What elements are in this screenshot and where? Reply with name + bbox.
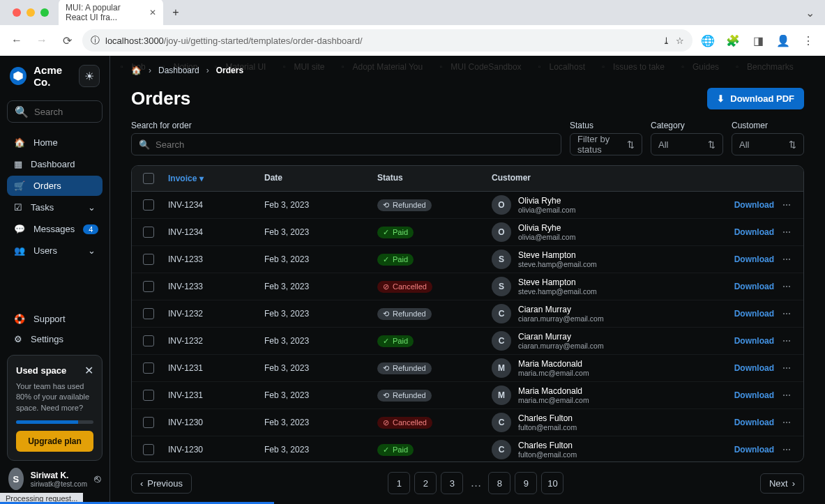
customer-name: Ciaran Murray: [518, 332, 604, 342]
theme-toggle-button[interactable]: ☀: [79, 65, 100, 87]
page-button[interactable]: 1: [388, 472, 410, 494]
select-all-checkbox[interactable]: [143, 173, 154, 184]
more-menu-icon[interactable]: ⋯: [782, 282, 792, 291]
more-menu-icon[interactable]: ⋯: [782, 309, 792, 319]
window-controls[interactable]: [6, 8, 56, 17]
search-input[interactable]: [34, 107, 95, 117]
status-badge: ✓Paid: [377, 254, 414, 266]
sidebar-item-settings[interactable]: ⚙Settings: [7, 329, 103, 349]
upgrade-plan-button[interactable]: Upgrade plan: [16, 431, 93, 452]
row-checkbox[interactable]: [143, 335, 154, 346]
more-menu-icon[interactable]: ⋯: [782, 418, 792, 427]
cell-invoice: INV-1230: [168, 445, 264, 455]
home-icon[interactable]: 🏠: [131, 66, 142, 75]
download-link[interactable]: Download: [734, 390, 774, 400]
site-info-icon[interactable]: ⓘ: [91, 34, 100, 47]
row-checkbox[interactable]: [143, 227, 154, 238]
orders-table: Invoice▾ Date Status Customer INV-1234Fe…: [131, 165, 804, 462]
customer-filter-select[interactable]: All⇅: [732, 133, 804, 155]
table-row: INV-1234Feb 3, 2023✓PaidOOlivia Ryheoliv…: [132, 219, 803, 246]
page-button[interactable]: 9: [515, 472, 537, 494]
extensions-icon[interactable]: 🧩: [723, 31, 743, 50]
previous-button[interactable]: ‹Previous: [131, 473, 192, 494]
more-menu-icon[interactable]: ⋯: [782, 254, 792, 264]
row-checkbox[interactable]: [143, 254, 154, 265]
download-pdf-button[interactable]: ⬇Download PDF: [707, 88, 804, 109]
download-link[interactable]: Download: [734, 200, 774, 210]
column-customer[interactable]: Customer: [492, 173, 681, 184]
close-icon[interactable]: ✕: [149, 8, 156, 17]
download-link[interactable]: Download: [734, 445, 774, 455]
chevron-right-icon: ›: [149, 66, 151, 75]
row-checkbox[interactable]: [143, 281, 154, 292]
table-header: Invoice▾ Date Status Customer: [132, 166, 803, 192]
row-checkbox[interactable]: [143, 362, 154, 374]
column-status[interactable]: Status: [377, 173, 492, 184]
page-button[interactable]: 8: [488, 472, 510, 494]
sidebar-item-orders[interactable]: 🛒Orders: [7, 176, 103, 196]
status-filter-select[interactable]: Filter by status⇅: [570, 133, 642, 155]
page-button[interactable]: 10: [541, 472, 563, 494]
close-icon[interactable]: ✕: [84, 364, 93, 377]
row-checkbox[interactable]: [143, 199, 154, 211]
breadcrumb-current: Orders: [216, 66, 243, 75]
sidebar-item-tasks[interactable]: ☑Tasks⌄: [7, 197, 103, 217]
star-icon[interactable]: ☆: [676, 36, 684, 46]
page-button[interactable]: 2: [414, 472, 437, 494]
customer-name: Ciaran Murray: [518, 305, 604, 314]
more-menu-icon[interactable]: ⋯: [782, 390, 792, 400]
status-badge: ✓Paid: [377, 335, 414, 347]
more-menu-icon[interactable]: ⋯: [782, 200, 792, 210]
row-checkbox[interactable]: [143, 308, 154, 319]
cell-date: Feb 3, 2023: [264, 200, 377, 210]
brand[interactable]: Acme Co.: [10, 64, 79, 88]
pagination-ellipsis: …: [467, 477, 484, 489]
sidebar-item-dashboard[interactable]: ▦Dashboard: [7, 154, 103, 174]
avatar: S: [492, 250, 511, 269]
sidebar-item-support[interactable]: 🛟Support: [7, 309, 103, 329]
download-link[interactable]: Download: [734, 418, 774, 427]
new-tab-button[interactable]: +: [166, 3, 186, 22]
browser-tab[interactable]: MUI: A popular React UI fra... ✕: [59, 0, 163, 26]
page-button[interactable]: 3: [441, 472, 463, 494]
row-checkbox[interactable]: [143, 390, 154, 401]
address-bar[interactable]: ⓘ localhost:3000/joy-ui/getting-started/…: [82, 29, 692, 52]
breadcrumb-dashboard[interactable]: Dashboard: [158, 66, 199, 75]
translate-icon[interactable]: 🌐: [698, 31, 718, 50]
forward-button[interactable]: →: [32, 31, 52, 50]
download-link[interactable]: Download: [734, 254, 774, 264]
row-checkbox[interactable]: [143, 417, 154, 428]
profile-avatar[interactable]: 👤: [773, 31, 793, 50]
sidebar-item-home[interactable]: 🏠Home: [7, 132, 103, 153]
dashboard-icon: ▦: [14, 159, 22, 169]
download-link[interactable]: Download: [734, 336, 774, 346]
download-link[interactable]: Download: [734, 363, 774, 373]
column-invoice[interactable]: Invoice▾: [168, 173, 264, 184]
row-checkbox[interactable]: [143, 444, 154, 455]
sidebar-item-users[interactable]: 👥Users⌄: [7, 240, 103, 261]
sidebar-search[interactable]: 🔍: [7, 100, 103, 123]
next-button[interactable]: Next›: [760, 473, 804, 494]
chevron-down-icon[interactable]: ⌄: [800, 3, 819, 22]
download-link[interactable]: Download: [734, 282, 774, 291]
more-menu-icon[interactable]: ⋯: [782, 336, 792, 346]
category-filter-select[interactable]: All⇅: [651, 133, 723, 155]
more-menu-icon[interactable]: ⋯: [782, 363, 792, 373]
cell-date: Feb 3, 2023: [264, 390, 377, 400]
reload-button[interactable]: ⟳: [57, 31, 77, 50]
more-menu-icon[interactable]: ⋯: [782, 445, 792, 455]
back-button[interactable]: ←: [7, 31, 27, 50]
install-icon[interactable]: ⤓: [663, 36, 670, 46]
avatar[interactable]: S: [8, 468, 24, 490]
logout-icon[interactable]: ⎋: [94, 473, 101, 485]
cell-date: Feb 3, 2023: [264, 363, 377, 373]
search-for-order-input[interactable]: 🔍: [131, 133, 561, 155]
sidepanel-icon[interactable]: ◨: [748, 31, 768, 50]
download-link[interactable]: Download: [734, 227, 774, 237]
sidebar-item-messages[interactable]: 💬Messages4: [7, 219, 103, 239]
avatar: O: [492, 195, 511, 215]
download-link[interactable]: Download: [734, 309, 774, 319]
menu-icon[interactable]: ⋮: [798, 31, 818, 50]
column-date[interactable]: Date: [264, 173, 377, 184]
more-menu-icon[interactable]: ⋯: [782, 227, 792, 237]
